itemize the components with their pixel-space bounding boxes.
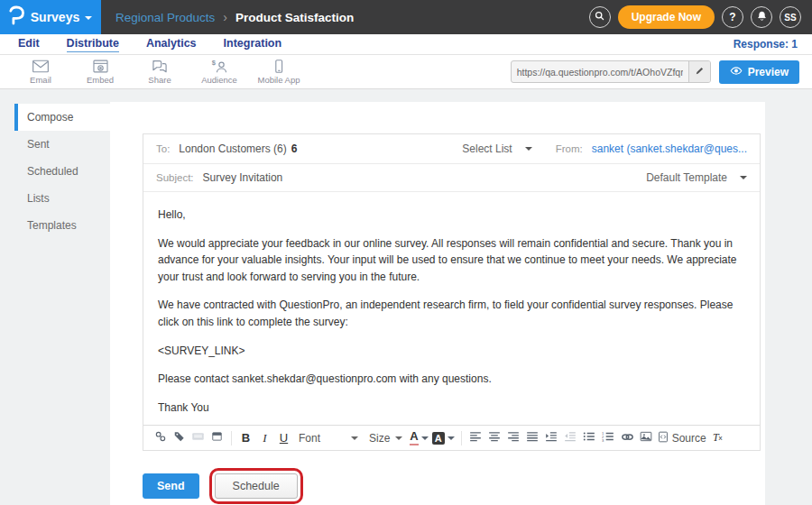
keyboard-shortcut-button[interactable] xyxy=(189,428,208,448)
sidebar-item-compose[interactable]: Compose xyxy=(14,104,110,131)
to-row: To: London Customers (6) 6 Select List F… xyxy=(143,134,760,164)
bold-button[interactable]: B xyxy=(236,428,255,448)
toolbar-divider xyxy=(461,431,462,445)
sidebar-item-scheduled[interactable]: Scheduled xyxy=(14,158,110,185)
channel-email[interactable]: Email xyxy=(11,59,70,85)
body-paragraph: We have contracted with QuestionPro, an … xyxy=(158,297,745,330)
image-icon xyxy=(640,431,652,445)
bulleted-list-button[interactable] xyxy=(580,428,599,448)
insert-survey-link-button[interactable] xyxy=(151,428,170,448)
increase-indent-button[interactable] xyxy=(542,428,561,448)
chevron-down-icon xyxy=(351,436,358,440)
tag-icon xyxy=(173,430,186,445)
header-actions: Upgrade Now ? SS xyxy=(589,5,812,29)
button-widget-icon xyxy=(211,431,223,445)
eye-icon xyxy=(730,66,743,78)
subject-label: Subject: xyxy=(156,172,194,183)
background-color-button[interactable]: A xyxy=(430,428,457,448)
from-sender[interactable]: sanket (sanket.shekdar@ques... xyxy=(592,142,747,155)
increase-indent-icon xyxy=(545,431,558,445)
decrease-indent-icon xyxy=(564,431,577,445)
chevron-down-icon xyxy=(421,436,429,440)
distribute-toolbar: Email Embed Share $ Audience Mobile App xyxy=(0,55,812,89)
align-left-button[interactable] xyxy=(466,428,485,448)
compose-panel: To: London Customers (6) 6 Select List F… xyxy=(110,102,765,505)
upgrade-now-button[interactable]: Upgrade Now xyxy=(618,5,715,29)
align-center-icon xyxy=(488,431,501,445)
chain-link-icon xyxy=(154,430,167,445)
notifications-button[interactable] xyxy=(751,6,772,28)
select-list-dropdown[interactable]: Select List xyxy=(462,142,531,155)
product-name: Surveys xyxy=(31,10,79,24)
questionpro-logo-icon xyxy=(9,5,25,29)
align-center-button[interactable] xyxy=(485,428,504,448)
insert-link-button[interactable] xyxy=(618,428,637,448)
insert-image-button[interactable] xyxy=(637,428,656,448)
survey-link-group: Preview xyxy=(511,60,799,84)
chevron-down-icon xyxy=(85,16,92,20)
justify-button[interactable] xyxy=(523,428,542,448)
tab-distribute[interactable]: Distribute xyxy=(67,37,119,52)
channel-mobile-app[interactable]: Mobile App xyxy=(249,59,309,85)
text-color-button[interactable]: A xyxy=(408,428,429,448)
search-icon xyxy=(594,10,605,24)
numbered-list-button[interactable]: 123 xyxy=(599,428,618,448)
tab-integration[interactable]: Integration xyxy=(224,37,282,52)
subject-input[interactable]: Survey Invitation xyxy=(203,171,283,184)
survey-url-box xyxy=(511,60,711,83)
edit-url-button[interactable] xyxy=(688,61,710,82)
sidebar-item-lists[interactable]: Lists xyxy=(14,185,110,212)
to-recipient-list[interactable]: London Customers (6) xyxy=(179,142,286,155)
top-header: Surveys Regional Products › Product Sati… xyxy=(0,0,812,34)
subject-row: Subject: Survey Invitation Default Templ… xyxy=(143,164,760,192)
channel-share[interactable]: Share xyxy=(130,59,189,85)
preview-button[interactable]: Preview xyxy=(719,60,799,84)
questionpro-app: Surveys Regional Products › Product Sati… xyxy=(0,0,812,89)
channel-audience[interactable]: $ Audience xyxy=(189,59,249,85)
schedule-button[interactable]: Schedule xyxy=(215,473,298,499)
underline-button[interactable]: U xyxy=(274,428,293,448)
chevron-down-icon xyxy=(395,436,402,440)
audience-icon: $ xyxy=(210,59,228,74)
breadcrumb-survey-name: Product Satisfaction xyxy=(235,11,354,24)
sidebar-item-sent[interactable]: Sent xyxy=(14,131,110,158)
avatar-initials: SS xyxy=(784,13,796,23)
source-document-icon xyxy=(658,431,669,445)
svg-text:3: 3 xyxy=(602,438,604,442)
text-color-icon: A xyxy=(410,430,418,445)
response-count[interactable]: Response: 1 xyxy=(734,38,798,50)
breadcrumb-folder[interactable]: Regional Products xyxy=(115,11,215,24)
decrease-indent-button[interactable] xyxy=(561,428,580,448)
font-size-dropdown[interactable]: Size xyxy=(364,432,408,445)
search-button[interactable] xyxy=(589,6,611,28)
body-paragraph: We would appreciate your feedback in our… xyxy=(158,235,745,286)
remove-format-button[interactable]: Tx xyxy=(708,428,727,448)
email-body-editor[interactable]: Hello, We would appreciate your feedback… xyxy=(143,192,760,425)
svg-text:$: $ xyxy=(212,59,217,67)
surveys-product-menu[interactable]: Surveys xyxy=(0,0,101,34)
to-label: To: xyxy=(156,143,170,154)
font-family-dropdown[interactable]: Font xyxy=(293,432,364,445)
help-button[interactable]: ? xyxy=(722,6,743,28)
question-mark-icon: ? xyxy=(729,11,735,23)
body-paragraph: Please contact sanket.shekdar@questionpr… xyxy=(158,371,745,388)
align-right-button[interactable] xyxy=(504,428,523,448)
tab-analytics[interactable]: Analytics xyxy=(146,37,197,52)
chevron-down-icon xyxy=(525,147,532,151)
send-button[interactable]: Send xyxy=(143,473,199,499)
user-avatar[interactable]: SS xyxy=(780,6,801,28)
tag-merge-field-button[interactable] xyxy=(170,428,189,448)
email-sidebar: Compose Sent Scheduled Lists Templates xyxy=(14,104,110,239)
source-button[interactable]: Source xyxy=(656,428,708,448)
rich-text-toolbar: B I U Font Size A A 123 xyxy=(143,425,760,450)
survey-url-input[interactable] xyxy=(512,61,688,82)
sidebar-item-templates[interactable]: Templates xyxy=(14,212,110,239)
template-dropdown[interactable]: Default Template xyxy=(646,171,747,184)
insert-button-widget[interactable] xyxy=(208,428,226,448)
italic-button[interactable]: I xyxy=(255,428,274,448)
body-paragraph: <SURVEY_LINK> xyxy=(158,343,745,360)
bulleted-list-icon xyxy=(583,431,595,445)
pencil-icon xyxy=(695,65,705,78)
tab-edit[interactable]: Edit xyxy=(18,37,40,52)
channel-embed[interactable]: Embed xyxy=(70,59,130,85)
